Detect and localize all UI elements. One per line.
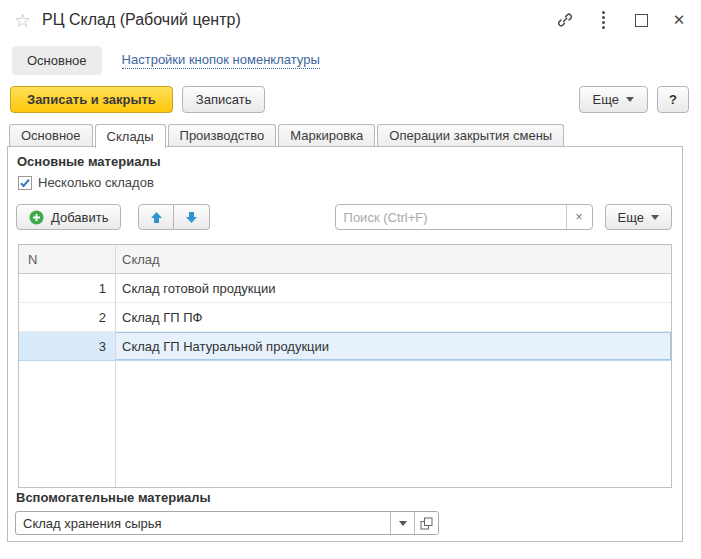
- nav-main-tab[interactable]: Основное: [12, 46, 102, 75]
- add-plus-icon: [29, 210, 44, 225]
- aux-warehouse-combo: [15, 511, 439, 535]
- move-down-button[interactable]: [174, 204, 210, 230]
- row-number-cell[interactable]: 2: [19, 310, 115, 325]
- window-header: ☆ РЦ Склад (Рабочий центр) ✕: [0, 0, 701, 40]
- chevron-down-icon: [399, 521, 407, 526]
- search-box: ×: [335, 204, 593, 230]
- help-button[interactable]: ?: [657, 86, 689, 113]
- save-and-close-button[interactable]: Записать и закрыть: [10, 86, 173, 113]
- chevron-down-icon: [651, 215, 659, 220]
- tab-3[interactable]: Маркировка: [278, 124, 375, 146]
- arrow-down-icon: [185, 211, 198, 224]
- warehouse-cell[interactable]: Склад готовой продукции: [115, 281, 671, 296]
- aux-materials-title: Вспомогательные материалы: [16, 490, 211, 505]
- move-up-button[interactable]: [138, 204, 174, 230]
- table-header-row: N Склад: [19, 245, 671, 274]
- close-icon[interactable]: ✕: [671, 12, 687, 28]
- warehouse-cell[interactable]: Склад ГП ПФ: [115, 310, 671, 325]
- maximize-icon[interactable]: [633, 12, 649, 28]
- column-header-warehouse[interactable]: Склад: [115, 252, 671, 267]
- tab-1[interactable]: Склады: [95, 124, 166, 148]
- warehouse-cell[interactable]: Склад ГП Натуральной продукции: [115, 332, 671, 360]
- column-divider: [115, 245, 116, 487]
- tab-4[interactable]: Операции закрытия смены: [377, 124, 564, 146]
- nav-nomenclature-buttons-link[interactable]: Настройки кнопок номенклатуры: [122, 52, 320, 69]
- favorite-star-icon[interactable]: ☆: [14, 11, 31, 30]
- clear-search-icon[interactable]: ×: [566, 205, 592, 229]
- aux-dropdown-button[interactable]: [390, 512, 414, 534]
- window-title: РЦ Склад (Рабочий центр): [42, 11, 241, 29]
- multiple-warehouses-checkbox[interactable]: Несколько складов: [18, 175, 154, 190]
- aux-open-button[interactable]: [414, 512, 438, 534]
- more-menu-icon[interactable]: [595, 12, 611, 28]
- tab-0[interactable]: Основное: [9, 124, 93, 146]
- command-bar: Записать и закрыть Записать Еще ?: [10, 86, 689, 113]
- tab-strip: ОсновноеСкладыПроизводствоМаркировкаОпер…: [9, 124, 566, 148]
- warehouses-table: N Склад 1Склад готовой продукции2Склад Г…: [18, 244, 672, 488]
- aux-warehouse-input[interactable]: [16, 512, 390, 534]
- column-header-n[interactable]: N: [19, 252, 115, 267]
- table-row[interactable]: 2Склад ГП ПФ: [19, 303, 671, 332]
- table-toolbar: Добавить × Еще: [16, 204, 672, 230]
- table-row[interactable]: 3Склад ГП Натуральной продукции: [19, 332, 671, 361]
- row-number-cell[interactable]: 1: [19, 281, 115, 296]
- open-form-icon: [420, 517, 433, 530]
- more-button[interactable]: Еще: [579, 86, 648, 113]
- tab-2[interactable]: Производство: [168, 124, 277, 146]
- checkbox-check-icon: [18, 176, 32, 190]
- add-row-button[interactable]: Добавить: [16, 204, 121, 230]
- checkbox-label: Несколько складов: [38, 175, 154, 190]
- save-button[interactable]: Записать: [182, 86, 266, 113]
- main-materials-title: Основные материалы: [17, 154, 161, 169]
- chevron-down-icon: [626, 97, 634, 102]
- form-nav: Основное Настройки кнопок номенклатуры: [12, 44, 689, 76]
- table-more-button[interactable]: Еще: [605, 204, 672, 230]
- get-link-icon[interactable]: [557, 12, 573, 28]
- warehouses-tab-panel: Основные материалы Несколько складов Доб…: [7, 146, 683, 542]
- search-input[interactable]: [336, 205, 566, 229]
- arrow-up-icon: [150, 211, 163, 224]
- table-row[interactable]: 1Склад готовой продукции: [19, 274, 671, 303]
- table-body: 1Склад готовой продукции2Склад ГП ПФ3Скл…: [19, 274, 671, 361]
- row-number-cell[interactable]: 3: [19, 339, 115, 354]
